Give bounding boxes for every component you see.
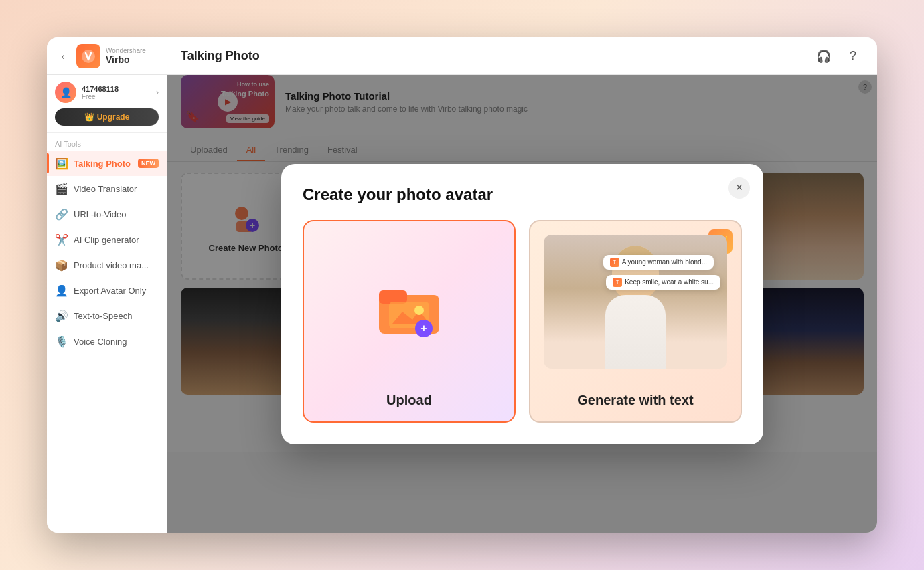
main-content: How to use Talking Photo ▶ View the guid… bbox=[167, 75, 877, 533]
sidebar-logo-area: ‹ Wondershare Virbo bbox=[47, 37, 167, 75]
sidebar-item-voice-cloning[interactable]: 🎙️ Voice Cloning bbox=[47, 328, 167, 354]
prompt-text-2: Keep smile, wear a white su... bbox=[625, 278, 714, 286]
help-icon[interactable]: ? bbox=[842, 45, 864, 67]
nav-label-video-translator: Video Translator bbox=[74, 184, 137, 194]
nav-label-ai-clip: AI Clip generator bbox=[74, 235, 139, 245]
sidebar-item-export-avatar[interactable]: 👤 Export Avatar Only bbox=[47, 278, 167, 303]
talking-photo-icon: 🖼️ bbox=[55, 157, 68, 170]
nav-label-export-avatar: Export Avatar Only bbox=[74, 286, 146, 296]
upgrade-button[interactable]: 👑 Upgrade bbox=[55, 108, 159, 126]
sidebar: 👤 417468118 Free › 👑 Upgrade AI Tools 🖼️… bbox=[47, 75, 167, 533]
nav-label-voice-cloning: Voice Cloning bbox=[74, 337, 127, 347]
user-info: 👤 417468118 Free › bbox=[55, 82, 159, 103]
modal-close-button[interactable]: × bbox=[728, 177, 750, 199]
expand-icon[interactable]: › bbox=[156, 88, 159, 97]
svg-text:+: + bbox=[420, 322, 427, 334]
export-avatar-icon: 👤 bbox=[55, 284, 68, 297]
user-details: 417468118 Free bbox=[82, 85, 151, 100]
generate-label: Generate with text bbox=[577, 393, 693, 408]
generate-option-card[interactable]: 👑 bbox=[529, 220, 742, 423]
upload-icon-area: + bbox=[317, 235, 501, 382]
brand-name: Wondershare bbox=[106, 47, 146, 54]
back-button[interactable]: ‹ bbox=[55, 48, 71, 64]
video-translator-icon: 🎬 bbox=[55, 182, 68, 195]
product-video-icon: 📦 bbox=[55, 258, 68, 272]
body-area: 👤 417468118 Free › 👑 Upgrade AI Tools 🖼️… bbox=[47, 75, 877, 533]
avatar: 👤 bbox=[55, 82, 76, 103]
upload-label: Upload bbox=[386, 393, 432, 408]
modal-title: Create your photo avatar bbox=[303, 185, 742, 204]
text-to-speech-icon: 🔊 bbox=[55, 309, 68, 322]
prompt-icon-1: T bbox=[610, 258, 619, 267]
prompt-icon-2: T bbox=[613, 278, 622, 287]
modal: Create your photo avatar × bbox=[281, 164, 763, 444]
virbo-logo-icon bbox=[76, 44, 100, 68]
user-id: 417468118 bbox=[82, 85, 151, 93]
sidebar-item-url-to-video[interactable]: 🔗 URL-to-Video bbox=[47, 201, 167, 227]
nav-label-product-video: Product video ma... bbox=[74, 260, 149, 270]
user-section: 👤 417468118 Free › 👑 Upgrade bbox=[47, 75, 167, 133]
prompt-badge-1: T A young woman with blond... bbox=[603, 255, 714, 270]
ai-clip-icon: ✂️ bbox=[55, 233, 68, 246]
modal-options: + Upload 👑 bbox=[303, 220, 742, 423]
nav-label-text-to-speech: Text-to-Speech bbox=[74, 311, 132, 321]
ai-tools-label: AI Tools bbox=[47, 133, 167, 151]
logo-text: Wondershare Virbo bbox=[106, 47, 146, 65]
upgrade-icon: 👑 bbox=[84, 112, 94, 122]
headphone-icon[interactable]: 🎧 bbox=[813, 45, 834, 67]
nav-label-talking-photo: Talking Photo bbox=[74, 159, 131, 169]
new-badge: NEW bbox=[138, 159, 159, 168]
app-window: ‹ Wondershare Virbo Talking Photo 🎧 ? bbox=[47, 37, 877, 533]
sidebar-item-ai-clip[interactable]: ✂️ AI Clip generator bbox=[47, 227, 167, 252]
sidebar-item-talking-photo[interactable]: 🖼️ Talking Photo NEW bbox=[47, 151, 167, 176]
svg-point-0 bbox=[82, 50, 95, 63]
page-title: Talking Photo bbox=[181, 49, 260, 63]
generate-photo-area: T A young woman with blond... T Keep smi… bbox=[544, 235, 727, 382]
app-name: Virbo bbox=[106, 54, 146, 65]
modal-overlay[interactable]: Create your photo avatar × bbox=[167, 75, 877, 533]
app-header: ‹ Wondershare Virbo Talking Photo 🎧 ? bbox=[47, 37, 877, 75]
sidebar-item-video-translator[interactable]: 🎬 Video Translator bbox=[47, 176, 167, 201]
url-to-video-icon: 🔗 bbox=[55, 207, 68, 221]
voice-cloning-icon: 🎙️ bbox=[55, 335, 68, 348]
nav-label-url-to-video: URL-to-Video bbox=[74, 209, 127, 219]
prompt-text-1: A young woman with blond... bbox=[622, 258, 707, 266]
sidebar-item-text-to-speech[interactable]: 🔊 Text-to-Speech bbox=[47, 303, 167, 328]
upload-option-card[interactable]: + Upload bbox=[303, 220, 516, 423]
svg-point-8 bbox=[414, 306, 424, 315]
sidebar-item-product-video[interactable]: 📦 Product video ma... bbox=[47, 252, 167, 278]
user-plan: Free bbox=[82, 93, 151, 100]
header-icons: 🎧 ? bbox=[813, 45, 864, 67]
upgrade-label: Upgrade bbox=[97, 112, 130, 122]
prompt-badge-2: T Keep smile, wear a white su... bbox=[606, 275, 720, 290]
